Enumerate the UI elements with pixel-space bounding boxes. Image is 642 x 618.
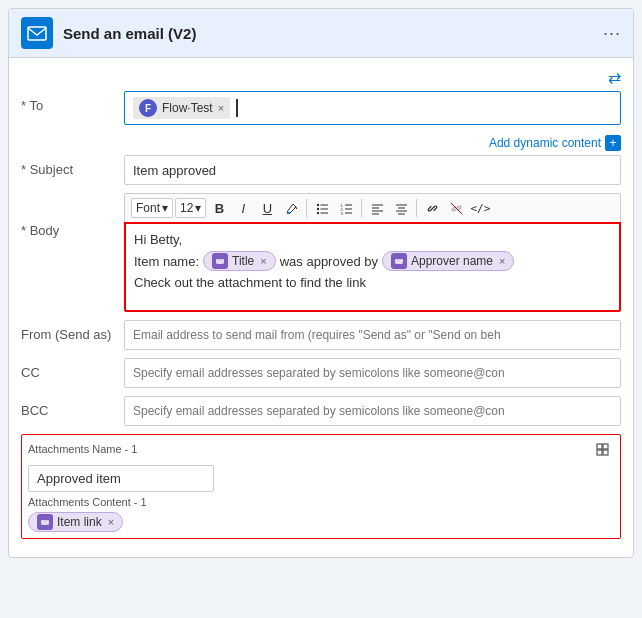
grid-icon[interactable] — [594, 441, 614, 461]
paint-button[interactable] — [280, 197, 302, 219]
attachments-name-input[interactable] — [28, 465, 214, 492]
swap-icon-row: ⇄ — [21, 64, 621, 91]
bcc-field-row: BCC — [21, 396, 621, 426]
attachments-content-row: Attachments Content - 1 Item link × — [28, 496, 614, 532]
header-title: Send an email (V2) — [63, 25, 593, 42]
font-select[interactable]: Font ▾ — [131, 198, 173, 218]
size-chevron-icon: ▾ — [195, 201, 201, 215]
cc-field-row: CC — [21, 358, 621, 388]
bcc-input[interactable] — [124, 396, 621, 426]
link-button[interactable] — [421, 197, 443, 219]
code-button[interactable]: </> — [469, 197, 491, 219]
approver-tag-close[interactable]: × — [499, 255, 505, 267]
font-size-select[interactable]: 12 ▾ — [175, 198, 206, 218]
unlink-button[interactable] — [445, 197, 467, 219]
item-link-tag-label: Item link — [57, 515, 102, 529]
bullet-list-button[interactable] — [311, 197, 333, 219]
email-card: Send an email (V2) ··· ⇄ * To F Flow·Tes… — [8, 8, 634, 558]
toolbar-divider-1 — [306, 199, 307, 217]
item-link-tag-icon — [37, 514, 53, 530]
body-approved-by-text: was approved by — [280, 254, 378, 269]
title-tag-icon — [212, 253, 228, 269]
approver-tag: Approver name × — [382, 251, 514, 271]
bold-button[interactable]: B — [208, 197, 230, 219]
body-field-wrapper: Font ▾ 12 ▾ B I U — [124, 193, 621, 312]
attachments-header-row: Attachments Name - 1 — [28, 441, 614, 461]
card-header: Send an email (V2) ··· — [9, 9, 633, 58]
bcc-label: BCC — [21, 396, 116, 418]
to-input[interactable]: F Flow·Test × — [124, 91, 621, 125]
body-line3: Check out the attachment to find the lin… — [134, 275, 611, 290]
title-tag-close[interactable]: × — [260, 255, 266, 267]
to-tag-name: Flow·Test — [162, 101, 213, 115]
align-center-button[interactable] — [390, 197, 412, 219]
svg-point-4 — [317, 207, 319, 209]
swap-icon[interactable]: ⇄ — [608, 68, 621, 87]
svg-line-22 — [431, 207, 434, 210]
body-label: * Body — [21, 193, 116, 238]
to-field-row: * To F Flow·Test × — [21, 91, 621, 125]
from-input[interactable] — [124, 320, 621, 350]
svg-point-6 — [317, 211, 319, 213]
svg-rect-30 — [603, 450, 608, 455]
subject-field-row: * Subject — [21, 155, 621, 185]
svg-rect-29 — [597, 450, 602, 455]
attachments-section: Attachments Name - 1 Attachments Content… — [21, 434, 621, 539]
svg-text:3.: 3. — [340, 210, 343, 215]
cc-input[interactable] — [124, 358, 621, 388]
to-tag-close[interactable]: × — [218, 102, 224, 114]
dynamic-content-plus-icon: + — [605, 135, 621, 151]
item-link-tag: Item link × — [28, 512, 123, 532]
to-tag: F Flow·Test × — [133, 97, 230, 119]
attachments-name-label: Attachments Name - 1 — [28, 443, 137, 455]
body-editor[interactable]: Hi Betty, Item name: Title × was approve… — [124, 222, 621, 312]
title-tag-label: Title — [232, 254, 254, 268]
toolbar-divider-3 — [416, 199, 417, 217]
font-chevron-icon: ▾ — [162, 201, 168, 215]
card-body: ⇄ * To F Flow·Test × Add dynamic content… — [9, 58, 633, 557]
italic-button[interactable]: I — [232, 197, 254, 219]
from-field-row: From (Send as) — [21, 320, 621, 350]
toolbar-divider-2 — [361, 199, 362, 217]
attachments-content-label: Attachments Content - 1 — [28, 496, 614, 508]
body-greeting: Hi Betty, — [134, 232, 611, 247]
approver-tag-icon — [391, 253, 407, 269]
header-dots-button[interactable]: ··· — [603, 23, 621, 44]
subject-input[interactable] — [124, 155, 621, 185]
approver-tag-label: Approver name — [411, 254, 493, 268]
num-list-button[interactable]: 1.2.3. — [335, 197, 357, 219]
svg-rect-28 — [603, 444, 608, 449]
body-item-line: Item name: Title × was approved by — [134, 251, 611, 271]
dynamic-content-link[interactable]: Add dynamic content + — [21, 133, 621, 155]
to-tag-avatar: F — [139, 99, 157, 117]
body-toolbar: Font ▾ 12 ▾ B I U — [124, 193, 621, 222]
body-item-name-text: Item name: — [134, 254, 199, 269]
subject-label: * Subject — [21, 155, 116, 177]
svg-point-2 — [317, 203, 319, 205]
svg-rect-0 — [28, 27, 46, 40]
underline-button[interactable]: U — [256, 197, 278, 219]
align-left-button[interactable] — [366, 197, 388, 219]
cc-label: CC — [21, 358, 116, 380]
item-link-tag-close[interactable]: × — [108, 516, 114, 528]
from-label: From (Send as) — [21, 320, 116, 342]
body-field-row: * Body Font ▾ 12 ▾ B I U — [21, 193, 621, 312]
app-icon — [21, 17, 53, 49]
to-label: * To — [21, 91, 116, 113]
title-tag: Title × — [203, 251, 276, 271]
svg-rect-27 — [597, 444, 602, 449]
